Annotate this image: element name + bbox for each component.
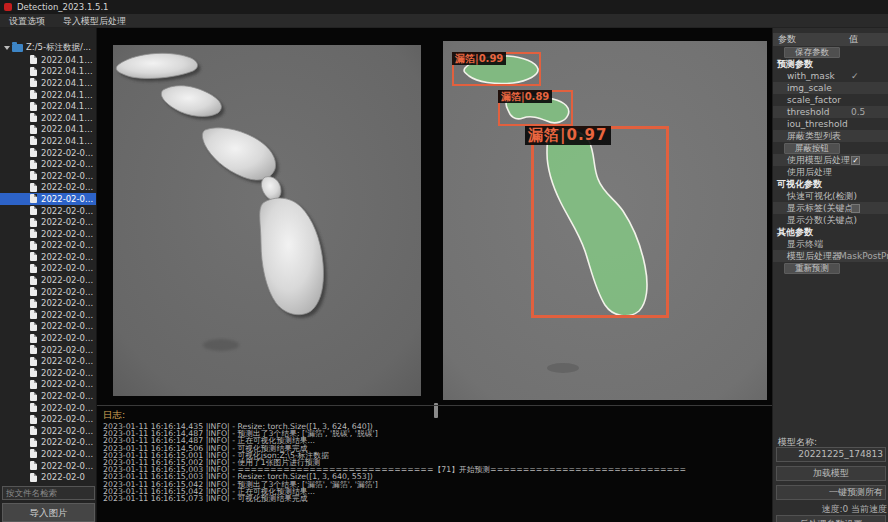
tree-file-label: 2022-02-0... [41,159,93,169]
tree-file-item[interactable]: 2022-02-0... [0,321,97,333]
tree-file-item[interactable]: 2022-02-0... [0,251,97,263]
tree-file-item[interactable]: 2022-02-0... [0,309,97,321]
tree-file-label: 2022-02-0... [41,321,93,331]
param-checkbox[interactable] [851,204,860,213]
predict-all-button[interactable]: 一键预测所有 [776,485,886,500]
file-icon [30,206,37,215]
menu-import-postprocess[interactable]: 导入模型后处理 [54,14,135,28]
tree-file-item[interactable]: 2022-02-0... [0,448,97,460]
tree-file-item[interactable]: 2022-02-0... [0,263,97,275]
param-row[interactable]: 使用后处理 [773,166,888,178]
param-row[interactable]: img_scale [773,82,888,94]
param-value: 0.5 [851,107,865,117]
tree-expand-arrow-icon[interactable] [4,46,10,50]
tree-file-label: 2022-02-0... [41,345,93,355]
file-icon [30,345,37,354]
param-label: scale_factor [773,95,888,105]
file-icon [30,67,37,76]
param-table-header: 参数 值 [773,33,888,46]
param-value: MaskPostPro [839,251,888,261]
param-row[interactable]: scale_factor [773,94,888,106]
tree-file-label: 2022-02-0... [41,275,93,285]
tree-file-item[interactable]: 2022-02-0... [0,460,97,472]
tree-file-item[interactable]: 2022-02-0... [0,425,97,437]
tree-file-item[interactable]: 2022-02-0... [0,182,97,194]
tree-file-item[interactable]: 2022-02-0... [0,390,97,402]
tree-file-item[interactable]: 2022.04.12... [0,66,97,78]
tree-file-item[interactable]: 2022.04.12... [0,112,97,124]
param-row[interactable]: with_mask✓ [773,70,888,82]
tree-file-item[interactable]: 2022-02-0 [0,471,97,483]
detection-label: 漏箔|0.99 [452,52,506,65]
param-row[interactable]: 屏蔽类型列表 [773,130,888,142]
file-icon [30,148,37,157]
file-icon [30,78,37,87]
tree-file-item[interactable]: 2022-02-0... [0,355,97,367]
menu-settings[interactable]: 设置选项 [0,14,54,28]
tree-file-item[interactable]: 2022-02-0... [0,240,97,252]
postprocess-settings-button[interactable]: 后处理参数设置 [776,515,886,522]
tree-file-item[interactable]: 2022.04.12... [0,77,97,89]
param-section-header: 其他参数 [773,226,888,238]
param-row[interactable]: iou_threshold [773,118,888,130]
folder-icon [12,44,23,52]
tree-file-item[interactable]: 2022.04.12... [0,135,97,147]
param-row[interactable]: 显示分数(关键点) [773,214,888,226]
tree-file-item[interactable]: 2022-02-0... [0,297,97,309]
tree-file-item[interactable]: 2022-02-0... [0,193,97,205]
tree-file-label: 2022-02-0... [41,391,93,401]
param-action-button[interactable]: 保存参数 [784,47,840,58]
tree-file-item[interactable]: 2022.04.12... [0,54,97,66]
tree-file-item[interactable]: 2022-02-0... [0,367,97,379]
tree-file-label: 2022-02-0... [41,437,93,447]
tree-root-folder[interactable]: Z:/5-标注数据/... [0,42,97,54]
load-model-button[interactable]: 加载模型 [776,466,886,481]
log-title: 日志: [103,409,125,422]
param-row[interactable]: threshold0.5 [773,106,888,118]
param-checkbox[interactable]: ✓ [851,156,860,165]
tree-file-item[interactable]: 2022-02-0... [0,402,97,414]
file-icon [30,241,37,250]
file-icon [30,287,37,296]
tree-file-item[interactable]: 2022-02-0... [0,379,97,391]
tree-file-item[interactable]: 2022.04.12... [0,100,97,112]
param-row[interactable]: 使用模型后处理✓ [773,154,888,166]
prediction-image[interactable]: 漏箔|0.99漏箔|0.89漏箔|0.97 [443,41,767,400]
log-output[interactable]: 2023-01-11 16:16:14,435 |INFO| - Resize:… [103,423,767,502]
file-icon [30,276,37,285]
import-images-button[interactable]: 导入图片 [2,503,95,522]
tree-file-item[interactable]: 2022-02-0... [0,344,97,356]
param-action-button[interactable]: 重新预测 [784,263,840,274]
tree-file-item[interactable]: 2022-02-0... [0,228,97,240]
param-row[interactable]: 显示标签(关键点) [773,202,888,214]
param-label: with_mask [773,71,888,81]
tree-file-item[interactable]: 2022-02-0... [0,147,97,159]
tree-file-label: 2022-02-0... [41,171,93,181]
tree-file-item[interactable]: 2022-02-0... [0,205,97,217]
tree-file-item[interactable]: 2022-02-0... [0,332,97,344]
tree-file-item[interactable]: 2022.04.12... [0,89,97,101]
param-row[interactable]: 模型后处理器MaskPostPro [773,250,888,262]
tree-file-item[interactable]: 2022-02-0... [0,216,97,228]
tree-file-item[interactable]: 2022-02-0... [0,437,97,449]
file-icon [30,334,37,343]
image-viewer-area: 漏箔|0.99漏箔|0.89漏箔|0.97 日志: 2023-01-11 16:… [97,28,772,522]
file-icon [30,449,37,458]
tree-file-item[interactable]: 2022-02-0... [0,286,97,298]
tree-file-item[interactable]: 2022-02-0... [0,413,97,425]
tree-file-label: 2022-02-0... [41,333,93,343]
param-action-button[interactable]: 屏蔽按钮 [784,143,840,154]
param-row[interactable]: 显示终端 [773,238,888,250]
tree-file-item[interactable]: 2022-02-0... [0,274,97,286]
tree-file-item[interactable]: 2022-02-0... [0,170,97,182]
file-icon [30,102,37,111]
param-row[interactable]: 快速可视化(检测) [773,190,888,202]
file-icon [30,90,37,99]
original-image[interactable] [113,45,421,396]
search-input[interactable] [2,486,95,500]
model-name-field[interactable]: 20221225_174813 [776,447,886,462]
tree-file-label: 2022.04.12... [41,124,97,134]
tree-file-item[interactable]: 2022.04.12... [0,124,97,136]
file-icon [30,264,37,273]
tree-file-item[interactable]: 2022-02-0... [0,158,97,170]
